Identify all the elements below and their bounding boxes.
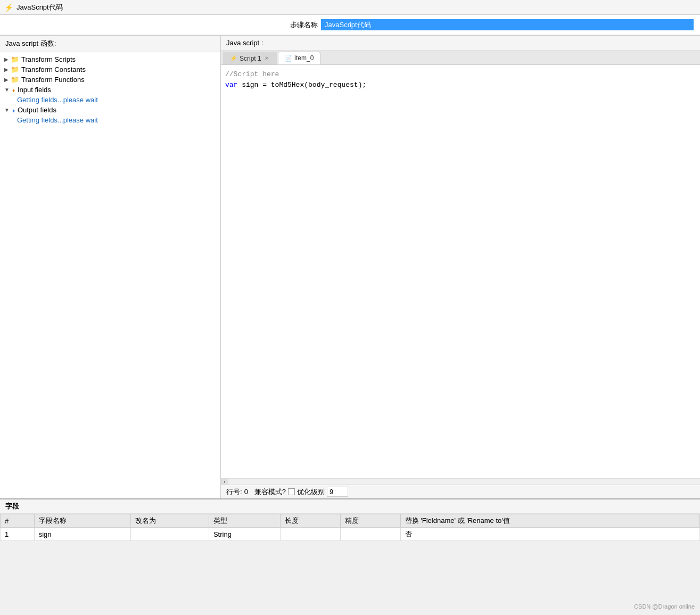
- output-fields-loading: Getting fields...please wait: [0, 115, 220, 125]
- tree-container: ▶ 📁 Transform Scripts ▶ 📁 Transform Cons…: [0, 52, 220, 127]
- cell-replace: 否: [400, 528, 699, 541]
- cell-rename: [130, 528, 209, 541]
- optimize-label: 优化级别: [297, 487, 325, 497]
- tree-item-transform-scripts[interactable]: ▶ 📁 Transform Scripts: [0, 54, 220, 64]
- tree-item-label: Transform Scripts: [21, 55, 76, 63]
- arrow-icon: ▶: [4, 77, 9, 83]
- tree-item-label: Transform Constants: [21, 65, 86, 73]
- tree-item-output-fields[interactable]: ▼ ⬧ Output fields: [0, 105, 220, 115]
- folder-icon: 📁: [11, 55, 19, 63]
- folder-icon: 📁: [11, 65, 19, 73]
- tree-item-transform-constants[interactable]: ▶ 📁 Transform Constants: [0, 64, 220, 75]
- arrow-icon: ▶: [4, 67, 9, 72]
- fields-table: # 字段名称 改名为 类型 长度 精度 替换 'Fieldname' 或 'Re…: [0, 514, 700, 541]
- step-name-row: 步骤名称: [0, 15, 700, 35]
- step-name-input[interactable]: [321, 19, 694, 30]
- cell-num: 1: [1, 528, 35, 541]
- output-fields-icon: ⬧: [12, 106, 15, 114]
- compat-checkbox[interactable]: [288, 488, 295, 495]
- optimize-input[interactable]: [327, 487, 348, 497]
- tabs-bar: ⚡ Script 1 ✕ 📄 Item_0: [221, 51, 700, 65]
- code-editor[interactable]: //Script here var sign = toMd5Hex(body_r…: [221, 65, 700, 478]
- col-header-replace: 替换 'Fieldname' 或 'Rename to'值: [400, 514, 699, 528]
- col-header-rename: 改名为: [130, 514, 209, 528]
- code-scrollbar[interactable]: ‹: [221, 478, 700, 485]
- tree-item-label: Input fields: [18, 86, 51, 94]
- bottom-section: 字段 # 字段名称 改名为 类型 长度 精度 替换 'Fieldname' 或 …: [0, 498, 700, 541]
- right-panel-header: Java script :: [221, 36, 700, 51]
- col-header-name: 字段名称: [34, 514, 130, 528]
- code-comment: //Script here: [225, 70, 279, 78]
- status-bar: 行号: 0 兼容模式? 优化级别: [221, 485, 700, 498]
- title-text: JavaScript代码: [17, 3, 63, 12]
- table-wrap: # 字段名称 改名为 类型 长度 精度 替换 'Fieldname' 或 'Re…: [0, 514, 700, 541]
- section-header: 字段: [0, 499, 700, 514]
- loading-text: Getting fields...please wait: [17, 116, 98, 124]
- line-number-value: 0: [244, 488, 248, 496]
- tree-item-label: Transform Functions: [21, 76, 85, 84]
- input-fields-loading: Getting fields...please wait: [0, 95, 220, 105]
- title-icon: ⚡: [4, 3, 13, 12]
- left-panel: Java script 函数: ▶ 📁 Transform Scripts ▶ …: [0, 36, 221, 498]
- folder-icon: 📁: [11, 76, 19, 84]
- input-fields-icon: ⬧: [12, 86, 15, 94]
- col-header-type: 类型: [209, 514, 280, 528]
- tab-item0[interactable]: 📄 Item_0: [278, 52, 321, 64]
- script-icon: ⚡: [230, 55, 237, 62]
- item-icon: 📄: [285, 55, 292, 62]
- left-panel-header: Java script 函数:: [0, 36, 220, 52]
- loading-text: Getting fields...please wait: [17, 96, 98, 104]
- tree-item-transform-functions[interactable]: ▶ 📁 Transform Functions: [0, 75, 220, 85]
- compat-label: 兼容模式?: [254, 487, 286, 497]
- line-number-label: 行号:: [226, 487, 242, 497]
- step-name-label: 步骤名称: [290, 20, 318, 30]
- compat-mode-item: 兼容模式? 优化级别: [254, 487, 348, 497]
- tab-label: Script 1: [240, 55, 261, 62]
- tab-close-icon[interactable]: ✕: [263, 55, 270, 61]
- cell-length: [280, 528, 340, 541]
- col-header-length: 长度: [280, 514, 340, 528]
- right-panel: Java script : ⚡ Script 1 ✕ 📄 Item_0 //Sc…: [221, 36, 700, 498]
- code-line1: sign = toMd5Hex(body_request);: [237, 81, 366, 89]
- title-bar: ⚡ JavaScript代码: [0, 0, 700, 15]
- tab-label: Item_0: [294, 54, 314, 62]
- cell-type: String: [209, 528, 280, 541]
- tree-item-label: Output fields: [18, 106, 56, 114]
- arrow-icon: ▶: [4, 56, 9, 62]
- tree-item-input-fields[interactable]: ▼ ⬧ Input fields: [0, 85, 220, 95]
- col-header-precision: 精度: [340, 514, 400, 528]
- watermark: CSDN @Dragon online: [634, 603, 695, 610]
- cell-name: sign: [34, 528, 130, 541]
- scroll-left-button[interactable]: ‹: [221, 479, 228, 485]
- cell-precision: [340, 528, 400, 541]
- table-row: 1 sign String 否: [1, 528, 700, 541]
- code-keyword-var: var: [225, 81, 237, 89]
- tab-script1[interactable]: ⚡ Script 1 ✕: [223, 52, 277, 64]
- line-number-item: 行号: 0: [226, 487, 248, 497]
- arrow-icon: ▼: [4, 107, 10, 113]
- col-header-num: #: [1, 514, 35, 528]
- arrow-icon: ▼: [4, 87, 10, 93]
